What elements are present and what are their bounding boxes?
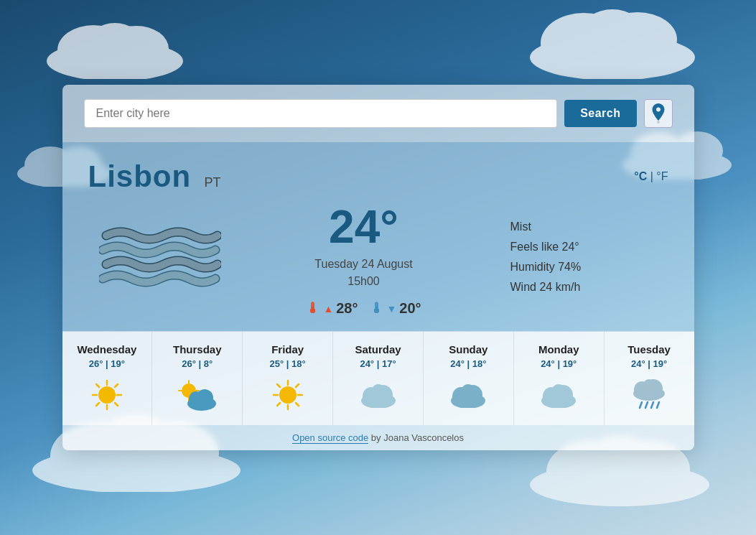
forecast-icon-area [520,376,598,414]
cloud-icon [540,382,577,408]
temperature-display: 24° [232,204,496,250]
svg-line-45 [277,384,280,387]
svg-point-22 [657,121,660,124]
svg-line-28 [96,384,99,387]
forecast-icon-area [610,376,689,414]
forecast-temps: 24° | 19° [610,358,689,369]
partly-cloudy-icon [177,379,218,411]
svg-line-31 [96,403,99,406]
forecast-icon-area [339,376,417,414]
source-code-link[interactable]: Open source code [292,432,368,444]
forecast-day-item: Monday 24° | 19° [514,332,605,425]
svg-point-23 [98,386,116,404]
svg-line-29 [115,403,118,406]
condition-detail: Mist [510,220,668,233]
forecast-day-item: Tuesday 24° | 19° [605,332,694,425]
svg-line-65 [640,402,642,408]
svg-point-40 [279,386,297,404]
forecast-day-name: Tuesday [610,343,689,355]
search-bar: Search [62,85,694,142]
high-low-temps: 🌡 ▲ 28° 🌡 ▼ 20° [232,300,496,317]
svg-point-39 [196,389,213,406]
high-temp-value: 28° [336,300,358,317]
forecast-day-item: Friday 25° | 18° [243,332,333,425]
weather-details: Mist Feels like 24° Humidity 74% Wind 24… [496,220,668,301]
svg-line-68 [657,402,659,408]
city-search-input[interactable] [84,99,558,128]
forecast-day-item: Sunday 24° | 18° [424,332,514,425]
unit-separator: | [650,170,653,182]
celsius-unit[interactable]: °C [634,170,647,182]
app-window: Search Lisbon PT °C | °F [62,85,694,450]
forecast-day-item: Saturday 24° | 17° [333,332,424,425]
svg-line-48 [277,403,280,406]
city-name: Lisbon [88,159,192,193]
forecast-strip: Wednesday 26° | 19° Thursday 26° | 8° [62,331,694,425]
weather-center: 24° Tuesday 24 August 15h00 🌡 ▲ 28° 🌡 ▼ … [232,204,496,317]
forecast-day-name: Thursday [158,343,236,355]
forecast-temps: 26° | 8° [158,358,236,369]
svg-line-30 [115,384,118,387]
thermometer-low-icon: 🌡 [370,300,384,317]
forecast-day-item: Wednesday 26° | 19° [62,332,153,425]
forecast-icon-area [158,376,236,414]
unit-toggle[interactable]: °C | °F [634,170,668,183]
high-temp: 🌡 ▲ 28° [306,300,358,317]
low-temp: 🌡 ▼ 20° [370,300,421,317]
cloud-icon [449,382,487,408]
rain-cloud-icon [630,378,668,412]
svg-point-3 [88,23,142,63]
forecast-temps: 26° | 19° [68,358,146,369]
forecast-temps: 24° | 19° [520,358,598,369]
forecast-day-name: Friday [248,343,327,355]
forecast-icon-area [68,376,146,414]
forecast-day-name: Sunday [429,343,508,355]
arrow-down-icon: ▼ [387,303,397,315]
svg-point-64 [643,379,655,394]
forecast-day-item: Thursday 26° | 8° [152,332,243,425]
low-temp-value: 20° [399,300,421,317]
forecast-temps: 24° | 18° [429,358,508,369]
footer-by-text: by Joana Vasconcelos [368,432,464,443]
svg-point-7 [581,9,644,55]
svg-point-52 [371,384,386,400]
thermometer-high-icon: 🌡 [306,300,320,317]
arrow-up-icon: ▲ [323,303,333,315]
forecast-icon-area [248,376,327,414]
svg-point-56 [461,384,475,400]
country-code: PT [205,175,221,190]
city-name-area: Lisbon PT [88,159,221,194]
svg-line-66 [645,402,648,408]
current-weather-icon-area [88,221,232,300]
svg-line-46 [296,403,299,406]
forecast-temps: 24° | 17° [339,358,417,369]
svg-point-60 [551,384,566,400]
fahrenheit-unit[interactable]: °F [656,170,668,182]
forecast-day-name: Saturday [339,343,417,355]
forecast-temps: 25° | 18° [248,358,327,369]
forecast-day-name: Wednesday [68,343,146,355]
svg-line-67 [651,402,653,408]
forecast-day-name: Monday [520,343,598,355]
wind-detail: Wind 24 km/h [510,281,668,294]
weather-content: 24° Tuesday 24 August 15h00 🌡 ▲ 28° 🌡 ▼ … [88,204,668,317]
weather-main-panel: Lisbon PT °C | °F [62,142,694,331]
bg-cloud-1 [43,22,187,79]
feels-like-detail: Feels like 24° [510,241,668,253]
bg-cloud-2 [526,7,699,79]
footer: Open source code by Joana Vasconcelos [62,425,694,450]
date-display: Tuesday 24 August 15h00 [232,256,496,290]
forecast-icon-area [429,376,508,414]
svg-line-47 [296,384,299,387]
location-button[interactable] [644,99,673,128]
sun-icon [91,379,123,411]
cloud-icon [360,382,397,408]
humidity-detail: Humidity 74% [510,261,668,274]
sun-icon [272,379,304,411]
city-row: Lisbon PT °C | °F [88,159,668,194]
mist-weather-icon [99,221,221,300]
location-pin-icon [650,103,666,124]
search-button[interactable]: Search [564,100,636,127]
